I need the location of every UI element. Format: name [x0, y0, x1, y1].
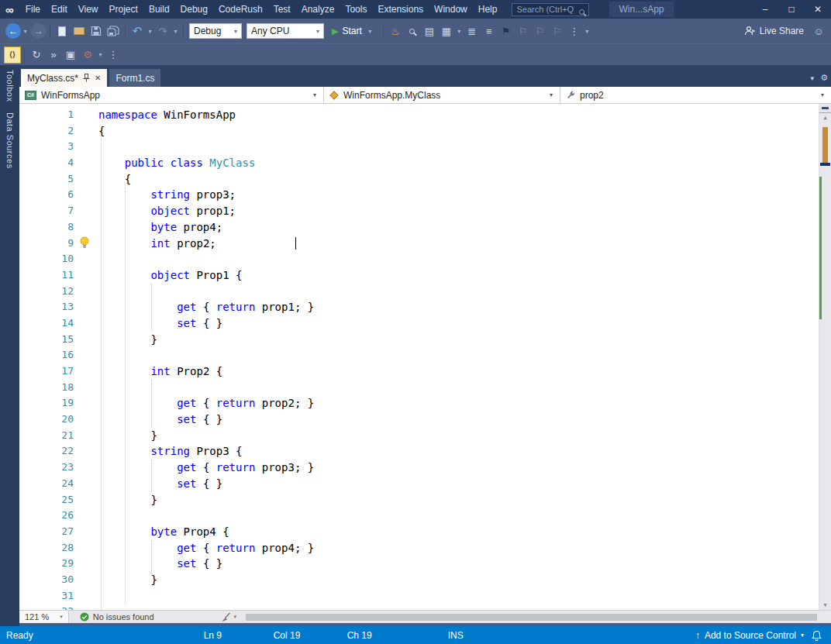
split-window-handle[interactable] — [819, 104, 831, 113]
menu-test[interactable]: Test — [268, 1, 296, 18]
code-line[interactable] — [98, 508, 819, 524]
code-line[interactable] — [98, 604, 819, 610]
lightbulb-quick-actions-icon[interactable] — [79, 236, 90, 250]
vertical-scrollbar[interactable]: ▲ ▼ — [819, 104, 831, 610]
undo-caret[interactable]: ▾ — [146, 22, 154, 40]
open-file-button[interactable] — [71, 22, 88, 40]
coderush-options-gear-icon[interactable]: ⚙ — [79, 46, 96, 64]
coderush-test-runner-icon[interactable]: ▣ — [62, 46, 79, 64]
code-line[interactable]: byte prop4; — [98, 219, 819, 236]
menu-file[interactable]: File — [20, 1, 46, 18]
find-in-files-icon[interactable] — [404, 22, 421, 40]
comment-selection-icon[interactable]: ≣ — [464, 22, 481, 40]
search-input[interactable] — [512, 3, 589, 16]
code-line[interactable]: { — [98, 123, 819, 139]
coderush-navigate-icon[interactable]: » — [45, 46, 62, 64]
menu-debug[interactable]: Debug — [175, 1, 213, 18]
navigate-back-button[interactable]: ← — [5, 23, 21, 39]
navbar-member-dropdown[interactable]: prop2▾ — [560, 87, 831, 103]
menu-coderush[interactable]: CodeRush — [213, 1, 268, 18]
issues-indicator[interactable]: No issues found — [80, 612, 154, 622]
save-button[interactable] — [88, 22, 105, 40]
active-files-caret[interactable]: ▾ — [811, 74, 815, 82]
coderush-overflow-icon[interactable]: ⋮ — [105, 46, 122, 64]
close-button[interactable]: ✕ — [805, 0, 831, 19]
code-line[interactable]: set { } — [98, 412, 819, 428]
menu-help[interactable]: Help — [473, 1, 503, 18]
code-line[interactable]: { — [98, 171, 819, 188]
next-bookmark-icon[interactable]: ⚐ — [532, 22, 549, 40]
tool-window-tab-toolbox[interactable]: Toolbox — [5, 70, 15, 102]
coderush-refactor-icon[interactable]: ↻ — [28, 46, 45, 64]
code-cleanup-button[interactable]: ▾ — [221, 612, 237, 622]
zoom-dropdown[interactable]: 121 % ▾ — [19, 611, 69, 623]
pin-icon[interactable] — [83, 74, 90, 82]
code-line[interactable]: set { } — [98, 556, 819, 572]
live-share-button[interactable]: Live Share — [738, 22, 810, 40]
horizontal-scrollbar-thumb[interactable] — [246, 614, 817, 621]
scroll-down-icon[interactable]: ▼ — [819, 601, 831, 610]
menu-tools[interactable]: Tools — [340, 1, 372, 18]
undo-button[interactable]: ↶ — [129, 22, 146, 40]
menu-extensions[interactable]: Extensions — [372, 1, 429, 18]
coderush-caret[interactable]: ▾ — [96, 46, 105, 64]
code-line[interactable] — [98, 139, 819, 155]
navbar-project-dropdown[interactable]: C#WinFormsApp▾ — [19, 87, 324, 103]
menu-project[interactable]: Project — [104, 1, 143, 18]
menu-window[interactable]: Window — [429, 1, 473, 18]
code-line[interactable] — [98, 347, 819, 363]
toolbar-overflow-icon[interactable]: ⋮ — [566, 22, 583, 40]
scroll-up-icon[interactable]: ▲ — [819, 113, 831, 122]
code-line[interactable]: byte Prop4 { — [98, 524, 819, 540]
code-text-area[interactable]: namespace WinFormsApp{ public class MyCl… — [98, 104, 819, 610]
new-file-button[interactable] — [53, 22, 71, 40]
code-line[interactable]: set { } — [98, 476, 819, 492]
code-line[interactable]: int Prop2 { — [98, 363, 819, 380]
toolbar-options-caret[interactable]: ▾ — [583, 22, 591, 40]
code-line[interactable]: object prop1; — [98, 203, 819, 219]
code-line[interactable]: } — [98, 332, 819, 348]
menu-view[interactable]: View — [73, 1, 104, 18]
tool-window-tab-data-sources[interactable]: Data Sources — [5, 112, 15, 169]
hot-reload-icon[interactable]: ♨ — [387, 22, 404, 40]
code-line[interactable]: set { } — [98, 315, 819, 332]
code-line[interactable]: string Prop3 { — [98, 443, 819, 460]
code-line[interactable] — [98, 588, 819, 604]
bookmark-icon[interactable]: ⚑ — [498, 22, 515, 40]
code-line[interactable]: int prop2; — [98, 236, 819, 252]
minimize-button[interactable]: – — [752, 0, 778, 19]
code-line[interactable]: } — [98, 572, 819, 588]
code-line[interactable] — [98, 284, 819, 300]
navigate-back-caret[interactable]: ▾ — [21, 22, 29, 40]
notifications-bell-icon[interactable] — [812, 630, 822, 641]
solution-explorer-icon[interactable]: ▤ — [421, 22, 438, 40]
close-tab-icon[interactable]: ✕ — [95, 74, 101, 82]
save-all-button[interactable] — [105, 22, 122, 40]
menu-build[interactable]: Build — [143, 1, 175, 18]
window-layout-caret[interactable]: ▾ — [455, 22, 464, 40]
editor-settings-gear-icon[interactable]: ⚙ — [820, 73, 828, 83]
menu-edit[interactable]: Edit — [46, 1, 73, 18]
code-line[interactable]: string prop3; — [98, 187, 819, 203]
uncomment-selection-icon[interactable]: ≡ — [481, 22, 498, 40]
previous-bookmark-icon[interactable]: ⚐ — [515, 22, 532, 40]
solution-configurations-dropdown[interactable]: Debug ▾ — [189, 23, 242, 39]
coderush-active-tool-icon[interactable]: ⟨⟩ — [4, 46, 21, 64]
properties-window-icon[interactable]: ▦ — [438, 22, 455, 40]
tab-form1-cs[interactable]: Form1.cs — [109, 69, 160, 87]
code-line[interactable]: } — [98, 492, 819, 508]
code-line[interactable]: object Prop1 { — [98, 267, 819, 284]
code-line[interactable] — [98, 251, 819, 267]
code-line[interactable]: get { return prop2; } — [98, 395, 819, 412]
clear-bookmarks-icon[interactable]: ⚐ — [549, 22, 566, 40]
navbar-type-dropdown[interactable]: WinFormsApp.MyClass▾ — [324, 87, 560, 103]
code-line[interactable]: get { return prop3; } — [98, 460, 819, 476]
maximize-button[interactable]: □ — [778, 0, 805, 19]
horizontal-scrollbar[interactable] — [244, 611, 831, 623]
code-line[interactable] — [98, 380, 819, 396]
redo-caret[interactable]: ▾ — [171, 22, 180, 40]
tab-myclass-cs[interactable]: MyClass.cs*✕ — [21, 69, 107, 87]
start-debugging-button[interactable]: ▶ Start ▾ — [326, 22, 380, 40]
code-line[interactable]: get { return prop4; } — [98, 540, 819, 556]
code-line[interactable]: get { return prop1; } — [98, 299, 819, 315]
